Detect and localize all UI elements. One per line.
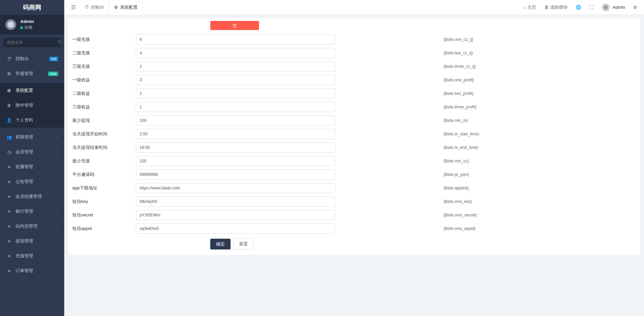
form-input-13[interactable] bbox=[136, 210, 335, 220]
form-input-11[interactable] bbox=[136, 183, 335, 193]
form-input-0[interactable] bbox=[136, 34, 335, 45]
sidebar-user[interactable]: Admin 在线 bbox=[0, 15, 64, 34]
form-input-5[interactable] bbox=[136, 102, 335, 112]
sidebar-rest-item-7[interactable]: ≡ 提现管理 bbox=[0, 234, 64, 248]
form-hint: {$site.tx_end_time} bbox=[335, 145, 640, 150]
top-user-name: Admin bbox=[613, 5, 625, 10]
sidebar-sub-item-1[interactable]: 🗎 附件管理 bbox=[0, 98, 64, 113]
submit-button[interactable]: 确定 bbox=[210, 239, 231, 249]
lang-button[interactable]: 🌐 bbox=[572, 0, 585, 15]
nav-label: 轮播管理 bbox=[16, 164, 58, 170]
form-row-8: 当天提现结束时间 {$site.tx_end_time} bbox=[68, 141, 640, 154]
form-label: 二级收益 bbox=[68, 90, 136, 97]
user-status-text: 在线 bbox=[24, 25, 32, 30]
sidebar-sub-item-0[interactable]: ⚙ 系统配置 bbox=[0, 83, 64, 98]
tab-1[interactable]: ⚙系统配置 bbox=[109, 0, 143, 15]
form-input-14[interactable] bbox=[136, 223, 335, 234]
form-input-1[interactable] bbox=[136, 48, 335, 58]
nav-icon: 👥 bbox=[6, 135, 12, 140]
form-row-0: 一级充值 {$site.one_cz_tj} bbox=[68, 33, 640, 46]
search-input[interactable] bbox=[7, 40, 57, 45]
form-label: 一级收益 bbox=[68, 77, 136, 83]
sidebar-sub-item-2[interactable]: 👤 个人资料 bbox=[0, 113, 64, 128]
nav-icon: ≡ bbox=[6, 164, 12, 169]
form-input-3[interactable] bbox=[136, 75, 335, 85]
brand-title: 码商网 bbox=[0, 0, 64, 15]
nav-label: 权限管理 bbox=[16, 134, 57, 140]
form-label: 最少充值 bbox=[68, 158, 136, 164]
form-input-4[interactable] bbox=[136, 88, 335, 99]
sidebar-rest-item-0[interactable]: 👥 权限管理 ‹ bbox=[0, 130, 64, 144]
nav-label: 银行管理 bbox=[16, 208, 57, 214]
lang-icon: 🌐 bbox=[576, 5, 581, 10]
sidebar-rest-item-8[interactable]: ≡ 充值管理 bbox=[0, 248, 64, 263]
nav-label: 订单管理 bbox=[16, 268, 58, 274]
tab-0[interactable]: ⏱控制台 bbox=[80, 0, 109, 15]
nav-icon: ≡ bbox=[6, 179, 12, 184]
form-input-9[interactable] bbox=[136, 156, 335, 166]
form-row-6: 最少提现 {$site.min_tx} bbox=[68, 114, 640, 127]
reset-button[interactable]: 重置 bbox=[233, 239, 254, 249]
form-hint: {$site.pt_yqm} bbox=[335, 172, 640, 177]
form-input-8[interactable] bbox=[136, 142, 335, 153]
chevron-left-icon: ‹ bbox=[57, 209, 58, 213]
form-row-1: 二级充值 {$site.two_cz_tj} bbox=[68, 46, 640, 60]
sidebar-rest-item-6[interactable]: ≡ 站内信管理 ‹ bbox=[0, 219, 64, 234]
form-input-2[interactable] bbox=[136, 61, 335, 72]
settings-button[interactable]: ⚙ bbox=[629, 0, 641, 15]
form-row-2: 三级充值 {$site.three_cz_tj} bbox=[68, 60, 640, 73]
tab-label: 系统配置 bbox=[120, 4, 138, 10]
form-label: 短信appid bbox=[68, 226, 136, 232]
nav-badge: hot bbox=[49, 57, 58, 61]
nav-icon: ≡ bbox=[6, 254, 12, 259]
fullscreen-button[interactable]: ⛶ bbox=[585, 0, 598, 15]
status-dot-icon bbox=[20, 26, 23, 29]
svg-point-0 bbox=[58, 41, 61, 43]
form-hint: {$site.three_profit} bbox=[335, 105, 640, 109]
clear-cache-button[interactable]: 🗑 清除缓存 bbox=[540, 0, 572, 15]
nav-icon: ⚙ bbox=[6, 88, 12, 93]
hamburger-icon[interactable]: ☰ bbox=[67, 4, 80, 10]
nav-icon: ≡ bbox=[6, 209, 12, 214]
nav-icon: ≡ bbox=[6, 268, 12, 273]
sidebar-rest-item-5[interactable]: ≡ 银行管理 ‹ bbox=[0, 204, 64, 219]
nav-label: 公告管理 bbox=[16, 179, 58, 185]
form-hint: {$site.sms_key} bbox=[335, 199, 640, 204]
search-icon[interactable] bbox=[57, 40, 62, 45]
sidebar-item-0[interactable]: ⏱ 控制台 hot bbox=[0, 51, 64, 66]
nav-label: 会员管理 bbox=[16, 149, 57, 155]
clear-cache-label: 清除缓存 bbox=[550, 4, 568, 10]
nav-icon: ≡ bbox=[6, 239, 12, 244]
sidebar-rest-item-2[interactable]: ≡ 轮播管理 bbox=[0, 159, 64, 174]
form-row-12: 短信key {$site.sms_key} bbox=[68, 195, 640, 208]
form-row-4: 二级收益 {$site.two_profit} bbox=[68, 87, 640, 100]
user-status: 在线 bbox=[20, 25, 34, 30]
home-button[interactable]: ⌂ 主页 bbox=[519, 0, 540, 15]
form-input-12[interactable] bbox=[136, 196, 335, 207]
nav-icon: ⚙ bbox=[6, 71, 12, 76]
form-input-10[interactable] bbox=[136, 169, 335, 180]
sidebar-rest-item-1[interactable]: ◷ 会员管理 ‹ bbox=[0, 144, 64, 159]
top-avatar bbox=[602, 3, 610, 11]
user-name: Admin bbox=[20, 19, 34, 24]
form-input-6[interactable] bbox=[136, 115, 335, 126]
form-label: 平台邀请码 bbox=[68, 172, 136, 178]
nav-label: 附件管理 bbox=[16, 102, 58, 108]
sidebar-rest-item-9[interactable]: ≡ 订单管理 bbox=[0, 263, 64, 278]
delete-button[interactable] bbox=[210, 21, 259, 30]
sidebar: 码商网 Admin 在线 ⏱ 控制台 hot⚙ 常规管理 new ⚙ 系统配置🗎… bbox=[0, 0, 64, 316]
sidebar-rest-item-3[interactable]: ≡ 公告管理 bbox=[0, 174, 64, 189]
form-row-9: 最少充值 {$site.min_cz} bbox=[68, 154, 640, 168]
form-input-7[interactable] bbox=[136, 129, 335, 139]
top-user[interactable]: Admin bbox=[598, 3, 629, 11]
sidebar-item-1[interactable]: ⚙ 常规管理 new bbox=[0, 66, 64, 81]
form-row-5: 三级收益 {$site.three_profit} bbox=[68, 100, 640, 114]
sidebar-rest-item-4[interactable]: ≡ 会员轮播管理 bbox=[0, 189, 64, 204]
home-icon: ⌂ bbox=[523, 5, 526, 10]
trash-icon: 🗑 bbox=[544, 5, 549, 10]
nav-icon: ⏱ bbox=[6, 56, 12, 61]
home-label: 主页 bbox=[527, 4, 536, 10]
svg-line-1 bbox=[60, 43, 61, 44]
nav-icon: ◷ bbox=[6, 150, 12, 155]
sidebar-search[interactable] bbox=[3, 38, 61, 47]
